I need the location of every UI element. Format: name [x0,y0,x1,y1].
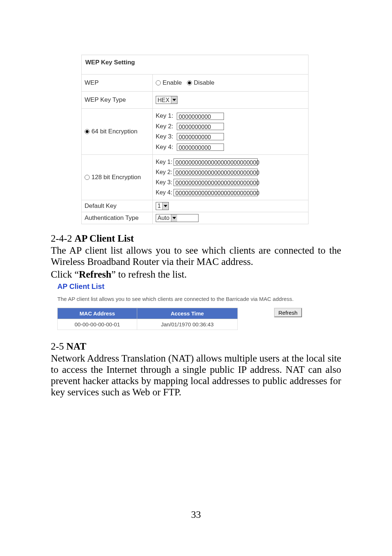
chevron-down-icon [162,202,168,210]
enc-128-label: 128 bit Encryption [91,174,141,181]
table-row: 00-00-00-00-00-01 Jan/01/1970 00:36:43 [58,319,238,330]
key4-64-label: Key 4: [156,144,173,151]
key3-64-input[interactable]: 0000000000 [177,133,224,140]
access-time-header: Access Time [137,308,238,319]
wep-disable-radio[interactable] [187,80,192,85]
refresh-instruction: Click “Refresh” to refresh the list. [51,269,341,280]
chevron-down-icon [171,96,177,104]
section-2-5-heading: 2-5 NAT [51,341,341,352]
page-number: 33 [0,509,392,520]
svg-marker-2 [172,217,176,219]
ap-client-list-panel: AP Client List The AP client list allows… [57,282,338,330]
refresh-button[interactable]: Refresh [274,308,302,317]
default-key-label: Default Key [82,200,153,212]
nat-description: Network Address Translation (NAT) allows… [51,353,341,398]
enc-64-radio[interactable] [85,129,90,134]
key1-128-input[interactable]: 00000000000000000000000000 [173,158,258,166]
section-number: 2-5 [51,341,66,352]
key3-128-input[interactable]: 00000000000000000000000000 [173,179,258,186]
key1-64-label: Key 1: [156,112,173,120]
default-key-value: 1 [158,202,161,209]
wep-settings-panel: WEP Key Setting WEP Enable Disable WEP K… [81,55,309,224]
ap-client-table: MAC Address Access Time 00-00-00-00-00-0… [57,308,238,330]
key2-64-input[interactable]: 0000000000 [177,123,224,130]
ap-client-list-desc: The AP client list allows you to see whi… [57,296,338,302]
wep-title: WEP Key Setting [82,55,308,74]
enc-64-label: 64 bit Encryption [91,128,138,135]
key3-64-label: Key 3: [156,133,173,140]
wep-key-type-value: HEX [158,97,170,104]
key4-128-label: Key 4: [156,190,172,196]
wep-key-type-select[interactable]: HEX [156,96,177,104]
section-number: 2-4-2 [51,233,74,244]
wep-key-type-label: WEP Key Type [82,92,153,108]
access-time-cell: Jan/01/1970 00:36:43 [137,319,238,330]
key4-128-input[interactable]: 00000000000000000000000000 [173,189,258,196]
key4-64-input[interactable]: 0000000000 [177,144,224,151]
auth-type-value: Auto [158,214,170,221]
auth-type-select[interactable]: Auto [156,214,199,222]
section-title: AP Client List [74,233,134,244]
svg-marker-1 [164,205,167,207]
key2-128-input[interactable]: 00000000000000000000000000 [173,169,258,176]
mac-address-cell: 00-00-00-00-00-01 [58,319,137,330]
section-title: NAT [66,341,86,352]
default-key-select[interactable]: 1 [156,202,169,210]
mac-address-header: MAC Address [58,308,137,319]
ap-client-list-title: AP Client List [57,282,338,291]
chevron-down-icon [171,214,177,222]
enc-128-radio[interactable] [85,175,90,180]
key2-64-label: Key 2: [156,123,173,130]
ap-client-description: The AP client list allows you to see whi… [51,245,341,267]
auth-type-label: Authentication Type [82,212,153,224]
wep-disable-label: Disable [194,79,215,86]
key1-128-label: Key 1: [156,159,172,165]
wep-enable-radio[interactable] [156,80,161,85]
wep-enable-label: Enable [163,79,182,86]
key2-128-label: Key 2: [156,169,172,175]
svg-marker-0 [172,99,176,101]
section-2-4-2-heading: 2-4-2 AP Client List [51,233,341,244]
key3-128-label: Key 3: [156,180,172,185]
wep-label: WEP [82,74,153,91]
key1-64-input[interactable]: 0000000000 [177,113,224,120]
